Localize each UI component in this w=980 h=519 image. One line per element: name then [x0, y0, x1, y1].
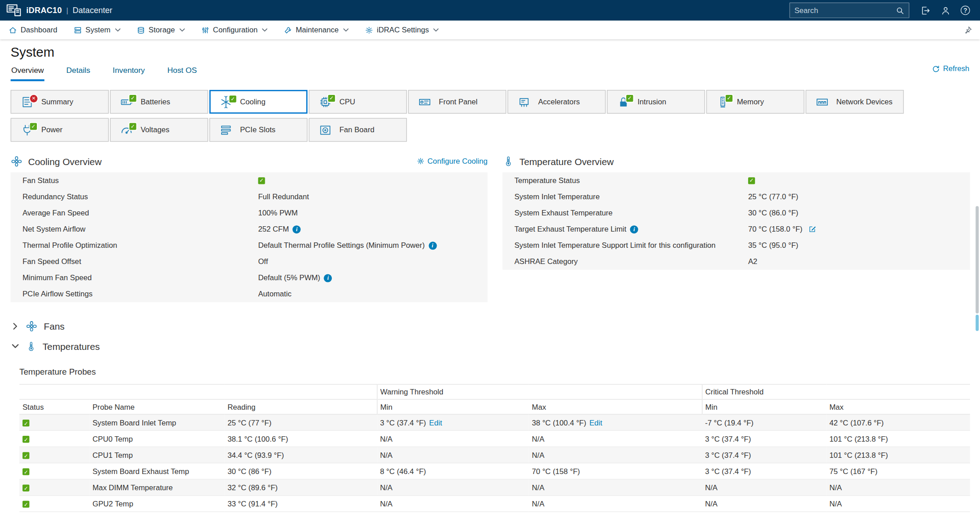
- status-ok-icon: [258, 177, 265, 184]
- tile-power[interactable]: Power: [11, 118, 109, 142]
- tile-voltages[interactable]: Voltages: [110, 118, 208, 142]
- kv-row: System Exhaust Temperature 30 °C (86.0 °…: [502, 205, 970, 221]
- tile-cooling[interactable]: Cooling: [209, 90, 307, 114]
- search-input[interactable]: [795, 6, 896, 14]
- tile-network-devices[interactable]: Network Devices: [806, 90, 904, 114]
- tile-label: Summary: [41, 98, 73, 106]
- topbar-actions: [921, 5, 970, 15]
- kv-label: Minimum Fan Speed: [11, 273, 258, 282]
- chevron-right-icon: [11, 323, 19, 330]
- reading-cell: 34.4 °C (93.9 °F): [224, 447, 377, 463]
- cooling-overview-panel: Cooling Overview Configure Cooling Fan S…: [11, 150, 488, 302]
- tile-pcie-slots[interactable]: PCIe Slots: [209, 118, 307, 142]
- kv-row: PCIe Airflow Settings Automatic: [11, 286, 488, 302]
- tile-fan-board[interactable]: Fan Board: [309, 118, 407, 142]
- server-icon: [73, 26, 81, 34]
- probe-name-cell: Max DIMM Temperature: [90, 479, 225, 496]
- front-panel-icon: [417, 94, 432, 109]
- network-card-icon: [815, 94, 829, 109]
- tab-details[interactable]: Details: [66, 64, 91, 81]
- kv-label: Temperature Status: [502, 176, 748, 185]
- warn-max-cell: 70 °C (158 °F): [529, 463, 702, 479]
- kv-label: System Exhaust Temperature: [502, 209, 748, 217]
- edit-pencil-icon[interactable]: [808, 225, 817, 233]
- reading-cell: 25 °C (77 °F): [224, 414, 377, 430]
- reading-cell: 38.1 °C (100.6 °F): [224, 430, 377, 447]
- edit-link[interactable]: Edit: [429, 418, 442, 427]
- fans-section-toggle[interactable]: Fans: [0, 316, 980, 337]
- page-title: System: [11, 44, 970, 60]
- status-ok-icon: [23, 436, 29, 443]
- info-icon[interactable]: [429, 242, 437, 250]
- fan-icon: [11, 155, 23, 167]
- warn-min-cell: N/A: [377, 430, 528, 447]
- kv-label: Average Fan Speed: [11, 209, 258, 217]
- temperatures-section-toggle[interactable]: Temperatures: [0, 336, 980, 356]
- table-row: System Board Exhaust Temp 30 °C (86 °F) …: [19, 463, 970, 479]
- chevron-down-icon: [434, 28, 439, 31]
- warn-min-cell: N/A: [377, 479, 528, 496]
- status-ok-icon: [30, 121, 37, 130]
- kv-row: Fan Speed Offset Off: [11, 254, 488, 270]
- configure-cooling-link[interactable]: Configure Cooling: [417, 157, 488, 165]
- kv-value: Automatic: [258, 290, 291, 298]
- temperature-probes-section: Temperature Probes Warning Threshold Cri…: [0, 356, 980, 512]
- status-ok-icon: [726, 93, 732, 102]
- kv-label: System Inlet Temperature Support Limit f…: [502, 241, 748, 250]
- kv-value: 25 °C (77.0 °F): [748, 192, 798, 201]
- tile-label: Voltages: [140, 125, 169, 134]
- refresh-button[interactable]: Refresh: [932, 64, 969, 73]
- tile-cpu[interactable]: CPU: [309, 90, 407, 114]
- kv-value: 35 °C (95.0 °F): [748, 241, 798, 250]
- tile-summary[interactable]: Summary: [11, 90, 109, 114]
- critical-threshold-header: Critical Threshold: [702, 385, 970, 399]
- nav-system[interactable]: System: [73, 26, 120, 34]
- tile-batteries[interactable]: Batteries: [110, 90, 208, 114]
- scrollbar-marker[interactable]: [975, 315, 979, 331]
- subsystem-tiles: Summary Batteries Cooling CPU: [0, 81, 980, 142]
- nav-dashboard[interactable]: Dashboard: [9, 26, 57, 34]
- kv-value: 100% PWM: [258, 209, 298, 217]
- tile-memory[interactable]: Memory: [706, 90, 804, 114]
- nav-storage[interactable]: Storage: [137, 26, 185, 34]
- nav-maintenance[interactable]: Maintenance: [284, 26, 349, 34]
- tile-accelerators[interactable]: Accelerators: [507, 90, 605, 114]
- pcie-slots-icon: [219, 123, 233, 137]
- tile-front-panel[interactable]: Front Panel: [408, 90, 506, 114]
- search-box[interactable]: [790, 3, 910, 18]
- crit-max-cell: 101 °C (213.8 °F): [826, 430, 970, 447]
- nav-label: Configuration: [213, 26, 257, 34]
- tile-intrusion[interactable]: Intrusion: [607, 90, 705, 114]
- probe-name-cell: CPU0 Temp: [90, 430, 225, 447]
- info-icon[interactable]: [630, 225, 638, 233]
- accelerator-card-icon: [517, 94, 531, 109]
- kv-value: Default Thermal Profile Settings (Minimu…: [258, 241, 425, 250]
- kv-value: Default (5% PWM): [258, 273, 320, 282]
- kv-row: Temperature Status: [502, 172, 970, 188]
- search-icon[interactable]: [896, 6, 904, 14]
- scrollbar-thumb[interactable]: [975, 206, 979, 313]
- tab-overview[interactable]: Overview: [11, 64, 45, 81]
- tile-label: Fan Board: [339, 125, 375, 134]
- nav-configuration[interactable]: Configuration: [201, 26, 268, 34]
- nav-label: Storage: [149, 26, 175, 34]
- kv-value: Off: [258, 257, 268, 266]
- edit-link[interactable]: Edit: [589, 418, 602, 427]
- help-icon[interactable]: [961, 5, 970, 15]
- info-icon[interactable]: [293, 225, 301, 233]
- nav-label: Dashboard: [21, 26, 58, 34]
- warning-threshold-header: Warning Threshold: [377, 385, 702, 399]
- user-icon[interactable]: [941, 5, 951, 15]
- tab-inventory[interactable]: Inventory: [112, 64, 145, 81]
- col-status: Status: [19, 399, 90, 414]
- nav-idrac-settings[interactable]: iDRAC Settings: [365, 26, 439, 34]
- tile-label: Front Panel: [439, 98, 478, 106]
- logout-icon[interactable]: [921, 5, 930, 15]
- kv-label: ASHRAE Category: [502, 257, 748, 266]
- info-icon[interactable]: [324, 274, 332, 282]
- pin-menu-icon[interactable]: [964, 26, 972, 34]
- fan-icon: [26, 320, 37, 332]
- tab-host-os[interactable]: Host OS: [167, 64, 197, 81]
- status-ok-icon: [23, 420, 29, 426]
- tile-label: Accelerators: [538, 98, 580, 106]
